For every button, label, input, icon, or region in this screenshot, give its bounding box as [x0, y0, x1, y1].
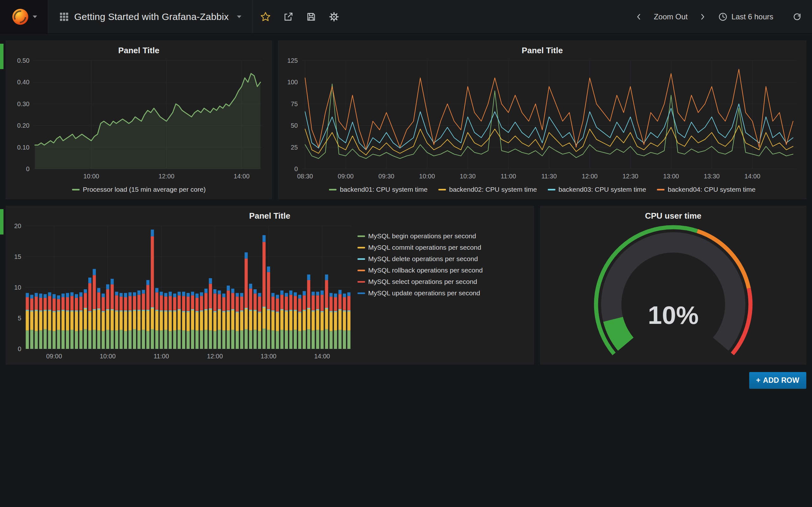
legend-item[interactable]: backend02: CPU system time [438, 186, 537, 193]
svg-text:12:00: 12:00 [207, 353, 223, 360]
svg-text:12:00: 12:00 [159, 173, 174, 180]
dashboard-row-1: Panel Title 00.100.200.300.400.5010:0012… [0, 41, 812, 199]
svg-text:12:00: 12:00 [582, 173, 598, 180]
series-color-dash [548, 189, 555, 190]
panel-mysql-operations: Panel Title 0510152009:0010:0011:0012:00… [6, 206, 534, 364]
svg-text:13:30: 13:30 [704, 173, 720, 180]
legend-label: MySQL commit operations per second [368, 244, 481, 251]
svg-text:10:00: 10:00 [419, 173, 435, 180]
legend-label: backend03: CPU system time [559, 186, 647, 193]
legend-label: MySQL delete operations per second [368, 255, 478, 263]
dashboard-actions [252, 0, 347, 33]
panel-title[interactable]: Panel Title [10, 43, 267, 57]
cpu-system-time-line-chart[interactable]: 025507510012508:3009:0009:3010:0010:3011… [283, 57, 802, 182]
legend-label: backend02: CPU system time [449, 186, 537, 193]
svg-text:14:00: 14:00 [745, 173, 760, 180]
chevron-right-icon [698, 12, 707, 21]
zoom-out-label: Zoom Out [654, 12, 688, 21]
navbar: Getting Started with Grafana-Zabbix [0, 0, 812, 34]
svg-text:08:30: 08:30 [297, 173, 313, 180]
zoom-out-button[interactable]: Zoom Out [649, 9, 692, 25]
shift-time-back-button[interactable] [629, 8, 648, 25]
legend-item[interactable]: MySQL rollback operations per second [357, 267, 526, 274]
chart-legend: backend01: CPU system timebackend02: CPU… [283, 182, 802, 197]
legend-item[interactable]: MySQL commit operations per second [357, 244, 526, 251]
legend-item[interactable]: MySQL update operations per second [357, 289, 526, 297]
svg-text:10: 10 [14, 284, 21, 291]
cpu-user-time-gauge[interactable]: 10% [545, 223, 802, 362]
star-dashboard-button[interactable] [256, 8, 275, 26]
row-collapse-handle[interactable] [0, 209, 3, 234]
dashboard-title-menu[interactable]: Getting Started with Grafana-Zabbix [48, 0, 252, 33]
caret-down-icon [33, 15, 37, 18]
grafana-dashboard-page: { "navbar": { "title": "Getting Started … [0, 0, 812, 507]
dashboard-grid-icon [59, 12, 69, 22]
legend-label: MySQL rollback operations per second [368, 267, 483, 274]
svg-text:11:30: 11:30 [542, 173, 557, 180]
series-color-dash [329, 189, 337, 190]
legend-label: backend04: CPU system time [668, 186, 756, 193]
series-color-dash [72, 189, 80, 190]
legend-label: backend01: CPU system time [340, 186, 427, 193]
legend-item[interactable]: MySQL begin operations per second [357, 232, 526, 240]
star-icon [260, 11, 271, 22]
row-collapse-handle[interactable] [0, 44, 3, 69]
legend-label: MySQL begin operations per second [368, 232, 476, 240]
add-row-label: ADD ROW [763, 376, 799, 385]
share-icon [283, 11, 294, 22]
series-color-dash [357, 247, 365, 248]
panel-title[interactable]: CPU user time [545, 209, 802, 223]
add-row-container: + ADD ROW [0, 372, 812, 389]
svg-text:100: 100 [287, 78, 298, 86]
dashboard-settings-button[interactable] [324, 8, 344, 26]
svg-text:11:00: 11:00 [154, 353, 169, 360]
legend-label: Processor load (15 min average per core) [83, 186, 206, 193]
svg-text:09:00: 09:00 [338, 173, 354, 180]
time-range-label: Last 6 hours [731, 12, 773, 21]
svg-text:0: 0 [294, 165, 298, 172]
svg-text:10:30: 10:30 [460, 173, 476, 180]
legend-item[interactable]: backend03: CPU system time [548, 186, 647, 193]
time-range-picker[interactable]: Last 6 hours [713, 8, 778, 25]
panel-cpu-user-time-gauge: CPU user time 10% [540, 206, 806, 364]
series-color-dash [357, 270, 365, 271]
panel-processor-load: Panel Title 00.100.200.300.400.5010:0012… [6, 41, 272, 199]
save-icon [306, 11, 316, 22]
dashboard-title: Getting Started with Grafana-Zabbix [74, 11, 229, 22]
svg-text:0.10: 0.10 [17, 144, 30, 151]
legend-item[interactable]: MySQL delete operations per second [357, 255, 526, 263]
refresh-dashboard-button[interactable] [788, 8, 806, 25]
series-color-dash [357, 235, 365, 237]
legend-item[interactable]: Processor load (15 min average per core) [72, 186, 206, 193]
svg-text:09:30: 09:30 [378, 173, 394, 180]
svg-text:0.30: 0.30 [17, 101, 30, 107]
shift-time-forward-button[interactable] [693, 8, 712, 25]
panel-title[interactable]: Panel Title [10, 209, 529, 223]
series-color-dash [657, 189, 664, 190]
grafana-main-menu[interactable] [0, 0, 48, 33]
clock-icon [718, 12, 728, 21]
save-dashboard-button[interactable] [301, 8, 321, 26]
svg-text:5: 5 [18, 315, 21, 322]
chevron-left-icon [634, 12, 644, 21]
panel-title[interactable]: Panel Title [283, 43, 802, 57]
share-dashboard-button[interactable] [278, 8, 298, 26]
time-controls: Zoom Out Last 6 hours [629, 0, 812, 33]
chart-legend: Processor load (15 min average per core) [10, 182, 267, 197]
series-color-dash [357, 292, 365, 294]
legend-item[interactable]: backend01: CPU system time [329, 186, 427, 193]
mysql-operations-bar-chart[interactable]: 0510152009:0010:0011:0012:0013:0014:00 [10, 223, 356, 362]
svg-text:15: 15 [14, 253, 21, 260]
legend-item[interactable]: backend04: CPU system time [657, 186, 756, 193]
svg-text:0: 0 [26, 165, 30, 172]
processor-load-line-chart[interactable]: 00.100.200.300.400.5010:0012:0014:00 [10, 57, 267, 182]
legend-label: MySQL update operations per second [368, 289, 480, 297]
legend-item[interactable]: MySQL select operations per second [357, 278, 526, 285]
svg-text:10:00: 10:00 [100, 353, 115, 360]
series-color-dash [357, 258, 365, 260]
svg-text:0.50: 0.50 [17, 57, 30, 64]
svg-text:50: 50 [291, 122, 298, 129]
chart-legend: MySQL begin operations per secondMySQL c… [356, 223, 529, 362]
settings-gear-icon [328, 11, 339, 22]
add-row-button[interactable]: + ADD ROW [749, 372, 806, 389]
